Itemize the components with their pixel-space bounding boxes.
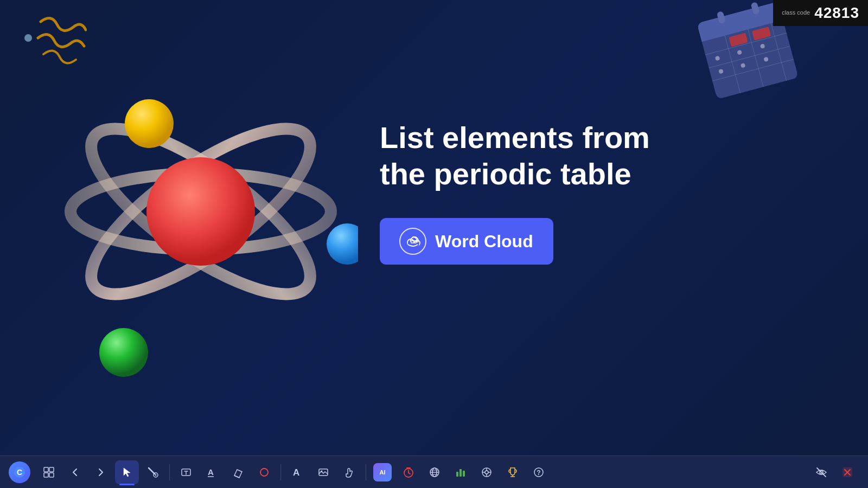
svg-text:A: A xyxy=(208,467,214,477)
grid-button[interactable] xyxy=(37,460,61,484)
svg-point-23 xyxy=(146,157,255,266)
globe-button[interactable] xyxy=(423,460,446,484)
back-button[interactable] xyxy=(63,460,87,484)
word-cloud-icon xyxy=(399,228,426,255)
trophy-button[interactable] xyxy=(501,460,525,484)
separator-3 xyxy=(366,464,366,480)
svg-rect-40 xyxy=(49,473,54,477)
slide-title: List elements from the periodic table xyxy=(380,119,684,192)
class-code-number: 42813 xyxy=(814,4,859,22)
main-slide-area: class code 42813 xyxy=(0,0,868,455)
eraser-button[interactable] xyxy=(226,460,250,484)
chart-button[interactable] xyxy=(449,460,473,484)
svg-rect-38 xyxy=(49,467,54,472)
svg-line-46 xyxy=(234,476,239,478)
svg-line-53 xyxy=(409,473,410,474)
svg-rect-39 xyxy=(44,473,48,477)
svg-point-64 xyxy=(485,471,488,474)
word-cloud-label: Word Cloud xyxy=(435,232,533,252)
svg-rect-37 xyxy=(44,467,48,472)
svg-line-74 xyxy=(817,468,826,477)
svg-text:?: ? xyxy=(537,469,540,477)
atom-illustration xyxy=(43,43,358,380)
svg-point-25 xyxy=(327,223,358,265)
svg-text:A: A xyxy=(293,467,299,478)
svg-text:C: C xyxy=(17,468,22,477)
svg-rect-62 xyxy=(463,471,465,477)
slide-content: List elements from the periodic table xyxy=(380,119,684,265)
svg-point-50 xyxy=(321,470,323,472)
separator-2 xyxy=(280,464,281,480)
pointer-button[interactable] xyxy=(115,460,139,484)
text-box-button[interactable] xyxy=(174,460,198,484)
toolbar-logo[interactable]: C xyxy=(9,461,30,483)
class-code-badge: class code 42813 xyxy=(773,0,868,26)
svg-point-0 xyxy=(24,34,32,42)
font-button[interactable]: A xyxy=(285,460,309,484)
ai-button[interactable]: AI xyxy=(371,460,394,484)
hand-button[interactable] xyxy=(337,460,361,484)
svg-point-26 xyxy=(99,328,148,377)
separator-1 xyxy=(169,464,170,480)
svg-point-47 xyxy=(260,468,268,476)
exit-button[interactable] xyxy=(835,460,859,484)
forward-button[interactable] xyxy=(89,460,113,484)
svg-rect-61 xyxy=(459,469,462,477)
text-style-button[interactable]: A xyxy=(200,460,224,484)
svg-point-24 xyxy=(125,99,174,148)
svg-rect-60 xyxy=(456,472,458,477)
shape-button[interactable] xyxy=(252,460,276,484)
timer-button[interactable] xyxy=(397,460,420,484)
word-cloud-button[interactable]: Word Cloud xyxy=(380,218,553,265)
toolbar: C xyxy=(0,455,868,488)
svg-point-42 xyxy=(155,474,157,476)
image-button[interactable] xyxy=(311,460,335,484)
help-button[interactable]: ? xyxy=(527,460,551,484)
eye-button[interactable] xyxy=(809,460,833,484)
class-code-label: class code xyxy=(782,9,810,16)
laser-pointer-button[interactable] xyxy=(141,460,165,484)
wheel-button[interactable] xyxy=(475,460,499,484)
